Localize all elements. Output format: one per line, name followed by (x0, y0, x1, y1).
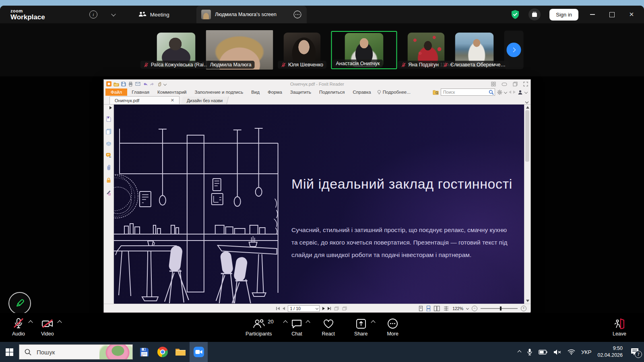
email-icon[interactable] (135, 82, 140, 86)
collapse-panel-icon[interactable] (109, 106, 112, 109)
menu-fill-sign[interactable]: Заполнение и подпись (191, 88, 247, 96)
close-button[interactable]: ✕ (626, 11, 637, 18)
notification-center[interactable]: 7 (630, 348, 639, 356)
last-page-icon[interactable] (328, 307, 331, 310)
continuous-facing-icon[interactable] (443, 306, 449, 311)
gear-icon[interactable] (497, 90, 502, 95)
tab-meeting[interactable]: Meeting (138, 11, 169, 18)
taskbar-app-zoom[interactable] (190, 342, 208, 362)
video-button[interactable]: Video (41, 318, 54, 337)
more-button[interactable]: More (387, 318, 398, 337)
history-forward-icon[interactable] (513, 90, 516, 94)
undo-icon[interactable] (142, 82, 148, 86)
security-lock-icon[interactable] (106, 177, 111, 183)
tray-battery-icon[interactable] (539, 350, 547, 355)
save-icon[interactable] (121, 82, 126, 86)
zoom-dropdown-icon[interactable] (466, 307, 469, 310)
chat-options-icon[interactable] (306, 320, 310, 325)
share-button[interactable]: Share (354, 318, 367, 337)
tab-list-dropdown-icon[interactable] (525, 100, 528, 103)
taskbar-search[interactable] (19, 344, 133, 360)
single-page-icon[interactable] (419, 306, 423, 311)
foxit-search-input[interactable] (441, 88, 495, 96)
audio-button[interactable]: Audio (12, 318, 25, 337)
open-icon[interactable] (114, 82, 119, 86)
sign-in-button[interactable]: Sign in (549, 9, 578, 21)
chevron-down-icon[interactable] (111, 12, 116, 16)
participants-button[interactable]: 20 Participants (246, 318, 272, 337)
menu-form[interactable]: Форма (264, 88, 286, 96)
annotate-button[interactable] (8, 292, 31, 315)
first-page-icon[interactable] (276, 307, 280, 310)
tray-mic-icon[interactable] (527, 348, 533, 356)
menu-protect[interactable]: Защитить (287, 88, 315, 96)
taskbar-search-input[interactable] (36, 348, 94, 356)
vertical-scrollbar[interactable] (524, 105, 530, 304)
audio-options-icon[interactable] (28, 320, 33, 325)
search-icon[interactable] (489, 90, 494, 95)
meeting-info-icon[interactable]: i (89, 10, 97, 19)
chevron-right-icon[interactable] (507, 43, 521, 57)
scroll-up-icon[interactable] (526, 106, 529, 109)
menu-home[interactable]: Главная (128, 88, 153, 96)
menu-comment[interactable]: Комментарий (154, 88, 190, 96)
attachments-icon[interactable] (106, 165, 111, 171)
history-back-icon[interactable] (509, 90, 511, 94)
leave-button[interactable]: Leave (613, 318, 626, 337)
participants-options-icon[interactable] (283, 320, 288, 325)
facing-icon[interactable] (434, 306, 440, 311)
tray-wifi-icon[interactable] (568, 349, 575, 355)
participant-tile-active-speaker[interactable]: Анастасія Онипчук (331, 31, 397, 69)
tab-screen-share[interactable]: Людмила Малюга's screen (196, 6, 307, 23)
chat-button[interactable]: Chat (291, 318, 302, 337)
maximize-button[interactable] (609, 12, 615, 17)
video-options-icon[interactable] (57, 320, 62, 325)
foxit-restore-icon[interactable] (513, 82, 518, 86)
page-number-input[interactable] (288, 305, 320, 312)
foxit-maximize-icon[interactable] (523, 82, 528, 86)
comments-icon[interactable] (106, 153, 111, 158)
menu-help[interactable]: Справка (349, 88, 375, 96)
zoom-in-icon[interactable]: + (521, 306, 526, 311)
redo-icon[interactable] (150, 82, 155, 86)
zoom-slider[interactable] (481, 308, 518, 309)
tray-expand-icon[interactable] (518, 350, 522, 354)
language-indicator[interactable]: УКР (581, 349, 591, 355)
participant-tile[interactable]: Єлизавета Оберемче… (455, 33, 494, 67)
start-button[interactable] (0, 342, 19, 362)
menu-more[interactable]: Подробнее... (377, 90, 411, 95)
qat-dropdown-icon[interactable] (163, 82, 167, 85)
menu-share[interactable]: Поделиться (316, 88, 349, 96)
layout-icon[interactable] (491, 82, 496, 86)
print-icon[interactable] (128, 82, 133, 86)
share-options-icon[interactable] (371, 320, 376, 325)
participant-tile[interactable]: Раїса Кожухівська (Rai… (157, 33, 196, 67)
gear-dropdown-icon[interactable] (504, 90, 507, 94)
layers-icon[interactable] (106, 141, 111, 146)
foxit-minimize-icon[interactable] (502, 82, 507, 86)
tray-volume-muted-icon[interactable] (553, 349, 561, 355)
clock[interactable]: 9:50 02.04.2026 (597, 345, 623, 359)
zoom-slider-thumb[interactable] (500, 306, 502, 311)
taskbar-app-floppy[interactable]: fi (135, 342, 153, 362)
apps-icon[interactable] (528, 8, 541, 21)
search-highlight-image[interactable] (99, 345, 132, 359)
participant-tile-video[interactable]: Людмила Малюга (206, 30, 273, 70)
zoom-out-icon[interactable]: − (472, 306, 477, 311)
bookmarks-icon[interactable] (106, 116, 111, 122)
more-options-icon[interactable] (293, 10, 302, 19)
pdf-page-view[interactable]: Мій ідеальний заклад гостинності Сучасни… (114, 105, 524, 304)
doc-tab-active[interactable]: Онипчук.pdf ✕ (109, 96, 180, 104)
menu-file[interactable]: Файл (105, 88, 127, 96)
page-thumbnails-icon[interactable] (106, 129, 111, 134)
doc-tab[interactable]: Дизайн без назви (181, 97, 229, 104)
continuous-icon[interactable] (426, 306, 431, 311)
react-button[interactable]: React (322, 318, 335, 337)
account-dropdown-icon[interactable] (524, 90, 528, 94)
prev-page-icon[interactable] (283, 307, 285, 310)
next-page-icon[interactable] (322, 307, 325, 310)
search-folder-icon[interactable] (433, 90, 439, 95)
participant-tile[interactable]: Юля Шевченко (284, 33, 321, 67)
signature-icon[interactable] (106, 190, 111, 195)
taskbar-app-chrome[interactable] (153, 342, 171, 362)
